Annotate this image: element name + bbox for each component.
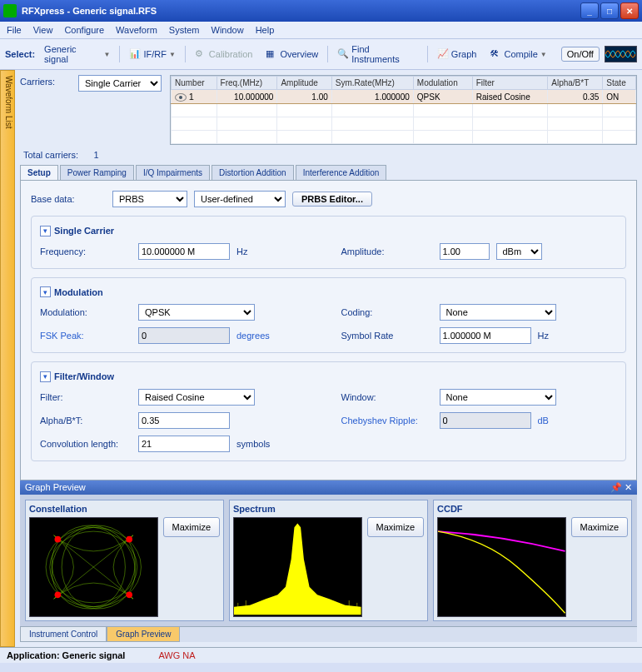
collapse-icon[interactable]: ▾ bbox=[40, 371, 51, 382]
frequency-unit: Hz bbox=[236, 246, 247, 256]
menu-configure[interactable]: Configure bbox=[64, 25, 104, 35]
single-carrier-title: Single Carrier bbox=[54, 226, 114, 236]
base-data-label: Base data: bbox=[31, 194, 106, 204]
close-button[interactable]: ✕ bbox=[620, 2, 639, 19]
carriers-table: Number Freq.(MHz) Amplitude Sym.Rate(MHz… bbox=[170, 75, 637, 145]
graph-pin-icon[interactable]: 📌 bbox=[610, 482, 622, 492]
col-freq[interactable]: Freq.(MHz) bbox=[216, 77, 277, 90]
single-carrier-section: ▾Single Carrier Frequency: Hz Amplitude:… bbox=[31, 216, 626, 269]
signal-type-dropdown[interactable]: Generic signal ▼ bbox=[40, 42, 114, 67]
menu-help[interactable]: Help bbox=[256, 25, 275, 35]
toolbar: Select: Generic signal ▼ 📊IF/RF ▼ ⚙Calib… bbox=[0, 38, 642, 70]
onoff-button[interactable]: On/Off bbox=[561, 47, 600, 62]
table-row[interactable]: 1 10.000000 1.00 1.000000 QPSK Raised Co… bbox=[172, 90, 636, 104]
fsk-unit: degrees bbox=[236, 331, 270, 341]
coding-label: Coding: bbox=[341, 307, 433, 317]
convolution-input[interactable] bbox=[138, 436, 230, 452]
svg-point-7 bbox=[126, 536, 132, 543]
col-amplitude[interactable]: Amplitude bbox=[277, 77, 331, 90]
convolution-unit: symbols bbox=[236, 439, 270, 449]
window-select[interactable]: None bbox=[440, 389, 556, 406]
graph-close-icon[interactable]: ✕ bbox=[625, 482, 632, 492]
visibility-icon[interactable] bbox=[175, 93, 187, 102]
ccdf-plot bbox=[437, 517, 566, 617]
total-carriers-label: Total carriers: bbox=[23, 150, 78, 160]
col-filter[interactable]: Filter bbox=[472, 77, 548, 90]
modulation-section: ▾Modulation Modulation: QPSK Coding: Non… bbox=[31, 277, 626, 354]
chebyshev-unit: dB bbox=[538, 416, 549, 426]
setup-panel: Base data: PRBS User-defined PRBS Editor… bbox=[20, 181, 637, 480]
calibration-button: ⚙Calibration bbox=[191, 46, 257, 62]
spectrum-title: Spectrum bbox=[233, 504, 424, 514]
graph-button[interactable]: 📈Graph bbox=[433, 46, 481, 62]
prbs-editor-button[interactable]: PRBS Editor... bbox=[292, 192, 372, 207]
graph-preview-pane: Graph Preview 📌 ✕ Constellation bbox=[20, 480, 637, 642]
menu-view[interactable]: View bbox=[33, 25, 53, 35]
window-title: RFXpress - Generic signal.RFS bbox=[22, 6, 580, 16]
compile-button[interactable]: 🛠Compile ▼ bbox=[485, 46, 550, 62]
menu-window[interactable]: Window bbox=[212, 25, 244, 35]
frequency-input[interactable] bbox=[138, 243, 230, 260]
overview-button[interactable]: ▦Overview bbox=[261, 46, 322, 62]
menu-waveform[interactable]: Waveform bbox=[116, 25, 157, 35]
symbol-rate-input[interactable] bbox=[440, 327, 531, 344]
alpha-label: Alpha/B*T: bbox=[40, 416, 132, 426]
tab-distortion-addition[interactable]: Distortion Addition bbox=[212, 165, 294, 180]
collapse-icon[interactable]: ▾ bbox=[40, 226, 51, 236]
calibration-icon: ⚙ bbox=[195, 48, 207, 60]
collapse-icon[interactable]: ▾ bbox=[40, 286, 51, 297]
ccdf-maximize-button[interactable]: Maximize bbox=[571, 517, 628, 537]
tab-power-ramping[interactable]: Power Ramping bbox=[60, 165, 134, 180]
tab-setup[interactable]: Setup bbox=[20, 165, 58, 180]
menu-system[interactable]: System bbox=[169, 25, 200, 35]
find-instruments-button[interactable]: 🔍Find Instruments bbox=[333, 42, 422, 67]
base-data-select-1[interactable]: PRBS bbox=[112, 191, 187, 207]
total-carriers-value: 1 bbox=[93, 150, 98, 160]
tab-interference-addition[interactable]: Interference Addition bbox=[296, 165, 387, 180]
app-icon bbox=[3, 4, 17, 17]
menu-file[interactable]: File bbox=[7, 25, 22, 35]
col-state[interactable]: State bbox=[603, 77, 636, 90]
col-number[interactable]: Number bbox=[172, 77, 217, 90]
alpha-input[interactable] bbox=[138, 412, 230, 429]
tab-instrument-control[interactable]: Instrument Control bbox=[20, 627, 107, 642]
coding-select[interactable]: None bbox=[440, 304, 556, 321]
graph-preview-title: Graph Preview bbox=[25, 482, 86, 492]
minimize-button[interactable]: _ bbox=[580, 2, 599, 19]
table-row-empty bbox=[172, 131, 636, 144]
constellation-maximize-button[interactable]: Maximize bbox=[163, 517, 220, 537]
amplitude-label: Amplitude: bbox=[341, 246, 433, 256]
ccdf-title: CCDF bbox=[437, 504, 628, 514]
col-modulation[interactable]: Modulation bbox=[413, 77, 472, 90]
title-bar: RFXpress - Generic signal.RFS _ □ ✕ bbox=[0, 0, 642, 22]
spectrum-plot bbox=[233, 517, 362, 617]
chebyshev-label: Chebyshev Ripple: bbox=[341, 416, 433, 426]
status-awg: AWG NA bbox=[158, 650, 195, 660]
fsk-peak-input bbox=[138, 327, 230, 344]
waveform-list-tab[interactable]: Waveform List bbox=[0, 70, 15, 647]
carriers-mode-select[interactable]: Single Carrier bbox=[78, 75, 162, 92]
spectrum-maximize-button[interactable]: Maximize bbox=[367, 517, 424, 537]
modulation-label: Modulation: bbox=[40, 307, 132, 317]
amplitude-unit-select[interactable]: dBm bbox=[496, 243, 542, 260]
base-data-select-2[interactable]: User-defined bbox=[194, 191, 286, 207]
fsk-peak-label: FSK Peak: bbox=[40, 331, 132, 341]
filter-window-section: ▾Filter/Window Filter: Raised Cosine Win… bbox=[31, 361, 626, 461]
amplitude-input[interactable] bbox=[440, 243, 490, 260]
modulation-select[interactable]: QPSK bbox=[138, 304, 255, 321]
waveform-preview-chip[interactable] bbox=[605, 46, 637, 62]
compile-icon: 🛠 bbox=[490, 48, 501, 60]
col-alpha[interactable]: Alpha/B*T bbox=[548, 77, 603, 90]
tab-graph-preview[interactable]: Graph Preview bbox=[107, 627, 180, 642]
ifrf-button[interactable]: 📊IF/RF ▼ bbox=[125, 46, 179, 62]
maximize-button[interactable]: □ bbox=[600, 2, 619, 19]
tab-iq-impairments[interactable]: I/Q Impairments bbox=[136, 165, 210, 180]
status-application: Application: Generic signal bbox=[7, 650, 125, 660]
filter-select[interactable]: Raised Cosine bbox=[138, 389, 255, 406]
table-row-empty bbox=[172, 104, 636, 117]
select-label: Select: bbox=[5, 49, 35, 59]
search-icon: 🔍 bbox=[337, 48, 349, 60]
svg-point-8 bbox=[55, 591, 62, 598]
constellation-title: Constellation bbox=[29, 504, 220, 514]
col-symrate[interactable]: Sym.Rate(MHz) bbox=[331, 77, 413, 90]
